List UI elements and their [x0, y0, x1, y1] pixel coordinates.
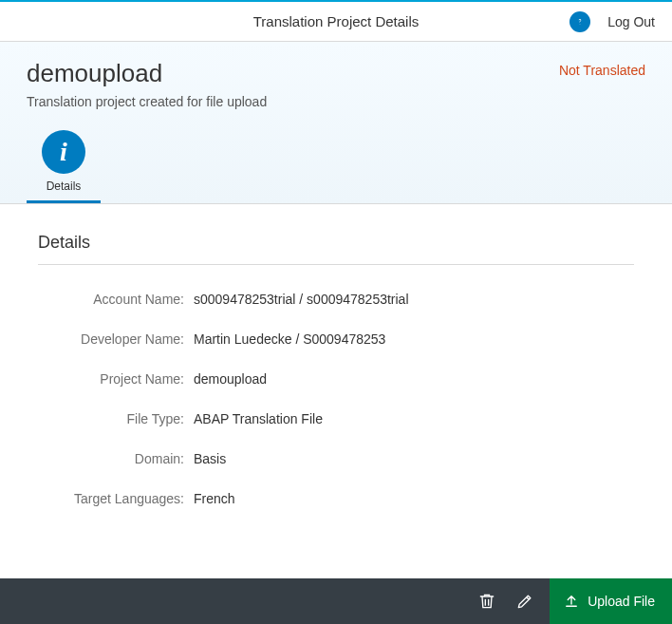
status-badge: Not Translated [559, 63, 645, 78]
value-developer: Martin Luedecke / S0009478253 [194, 331, 385, 347]
value-targetlang: French [194, 491, 235, 506]
upload-icon [563, 593, 580, 610]
page-title: Translation Project Details [253, 13, 420, 29]
details-section: Details Account Name: s0009478253trial /… [0, 204, 672, 554]
label-project: Project Name: [38, 371, 184, 387]
trash-icon [477, 592, 496, 611]
upload-file-button[interactable]: Upload File [550, 578, 672, 624]
row-targetlang: Target Languages: French [38, 491, 634, 506]
tab-bar: i Details [27, 130, 645, 203]
row-developer: Developer Name: Martin Luedecke / S00094… [38, 331, 634, 347]
row-filetype: File Type: ABAP Translation File [38, 411, 634, 426]
tab-details[interactable]: i Details [27, 130, 101, 203]
edit-button[interactable] [506, 578, 544, 624]
label-account: Account Name: [38, 292, 184, 307]
top-bar: Translation Project Details Log Out [0, 0, 672, 42]
label-domain: Domain: [38, 451, 184, 466]
label-developer: Developer Name: [38, 331, 184, 347]
logout-link[interactable]: Log Out [607, 14, 655, 29]
pencil-icon [515, 592, 534, 611]
label-filetype: File Type: [38, 411, 184, 426]
project-title: demoupload [27, 59, 267, 88]
topbar-actions: Log Out [569, 11, 655, 32]
section-heading: Details [38, 233, 634, 265]
tab-details-label: Details [47, 180, 82, 193]
help-icon[interactable] [569, 11, 590, 32]
info-icon: i [42, 130, 85, 174]
row-account: Account Name: s0009478253trial / s000947… [38, 292, 634, 307]
value-project: demoupload [194, 371, 267, 387]
row-domain: Domain: Basis [38, 451, 634, 466]
value-account: s0009478253trial / s0009478253trial [194, 292, 409, 307]
delete-button[interactable] [468, 578, 506, 624]
object-header: demoupload Translation project created f… [0, 42, 672, 204]
row-project: Project Name: demoupload [38, 371, 634, 387]
project-subtitle: Translation project created for file upl… [27, 94, 267, 109]
footer-toolbar: Upload File [0, 578, 672, 624]
value-filetype: ABAP Translation File [194, 411, 323, 426]
upload-label: Upload File [588, 594, 655, 609]
label-targetlang: Target Languages: [38, 491, 184, 506]
value-domain: Basis [194, 451, 226, 466]
